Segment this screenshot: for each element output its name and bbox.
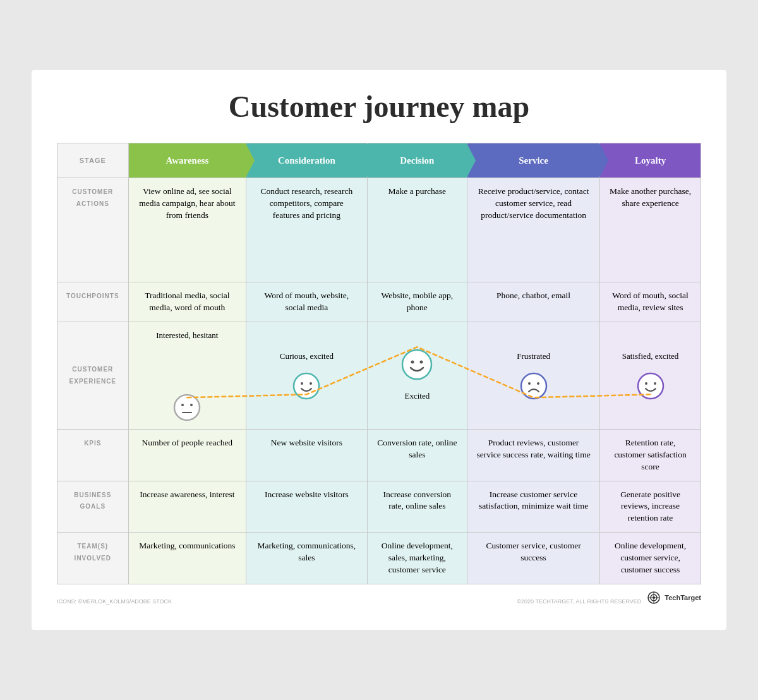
teams-service: Customer service, customer success xyxy=(467,533,600,584)
ca-decision: Make a purchase xyxy=(367,178,467,282)
teams-consideration: Marketing, communications, sales xyxy=(246,533,368,584)
stage-consideration-cell: Consideration xyxy=(246,143,368,178)
teams-loyalty: Online development, customer service, cu… xyxy=(600,533,701,584)
ca-service: Receive product/service, contact custome… xyxy=(467,178,600,282)
stage-loyalty-arrow: Loyalty xyxy=(600,143,701,178)
svg-point-4 xyxy=(294,373,319,399)
stage-decision-label: Decision xyxy=(400,154,434,167)
stage-loyalty-label: Loyalty xyxy=(635,154,666,167)
exp-awareness-text: Interested, hesitant xyxy=(156,330,218,341)
tp-consideration: Word of mouth, website, social media xyxy=(246,282,368,322)
tp-loyalty: Word of mouth, social media, review site… xyxy=(600,282,701,322)
svg-point-8 xyxy=(411,361,414,364)
footer-right: ©2020 TECHTARGET, ALL RIGHTS RESERVED xyxy=(517,598,641,605)
exp-awareness: Interested, hesitant xyxy=(128,322,246,429)
bg-loyalty: Generate positive reviews, increase rete… xyxy=(600,481,701,533)
kpi-loyalty: Retention rate, customer satisfaction sc… xyxy=(600,429,701,481)
svg-point-2 xyxy=(190,404,193,406)
stage-consideration-label: Consideration xyxy=(278,154,335,167)
bg-service: Increase customer service satisfaction, … xyxy=(467,481,600,533)
svg-point-15 xyxy=(654,382,656,385)
svg-point-13 xyxy=(638,373,663,399)
stage-decision-cell: Decision xyxy=(367,143,467,178)
stage-service-arrow: Service xyxy=(467,143,599,178)
svg-point-14 xyxy=(645,382,647,385)
teams-label: TEAM(S) INVOLVED xyxy=(57,533,129,584)
footer: ICONS: ©MERLOK_KOLMS/ADOBE STOCK ©2020 T… xyxy=(57,591,701,605)
exp-consideration-text: Curious, excited xyxy=(280,351,334,362)
kpis-row: KPIS Number of people reached New websit… xyxy=(57,429,701,481)
stage-label-cell: STAGE xyxy=(57,143,129,178)
svg-point-5 xyxy=(301,382,303,385)
svg-point-6 xyxy=(310,382,312,385)
smile-face-icon-1 xyxy=(292,372,320,400)
stage-service-label: Service xyxy=(519,154,548,167)
techtarget-logo-icon xyxy=(645,591,663,604)
ca-consideration: Conduct research, research competitors, … xyxy=(246,178,368,282)
stage-header-row: STAGE Awareness Consideration Decision xyxy=(57,143,701,178)
svg-point-12 xyxy=(537,382,539,385)
stage-awareness-cell: Awareness xyxy=(128,143,246,178)
experience-row: CUSTOMER EXPERIENCE Interested, hesitant xyxy=(57,322,701,429)
exp-service-text: Frustrated xyxy=(517,351,550,362)
exp-decision-text: Excited xyxy=(404,390,430,402)
kpi-awareness: Number of people reached xyxy=(128,429,246,481)
exp-consideration: Curious, excited xyxy=(246,322,368,429)
kpi-decision: Conversion rate, online sales xyxy=(367,429,467,481)
experience-label: CUSTOMER EXPERIENCE xyxy=(57,322,129,429)
exp-decision: Excited xyxy=(367,322,467,429)
touchpoints-row: TOUCHPOINTS Traditional media, social me… xyxy=(57,282,701,322)
footer-left: ICONS: ©MERLOK_KOLMS/ADOBE STOCK xyxy=(57,598,172,605)
tp-decision: Website, mobile app, phone xyxy=(367,282,467,322)
tp-service: Phone, chatbot, email xyxy=(467,282,600,322)
stage-decision-arrow: Decision xyxy=(368,143,467,178)
big-smile-face-icon xyxy=(401,349,433,380)
journey-map-container: STAGE Awareness Consideration Decision xyxy=(57,143,701,584)
business-goals-label: BUSINESS GOALS xyxy=(57,481,129,533)
svg-point-7 xyxy=(402,350,431,379)
brand-name: TechTarget xyxy=(665,594,701,601)
stage-service-cell: Service xyxy=(467,143,600,178)
customer-actions-label: CUSTOMER ACTIONS xyxy=(57,178,129,282)
ca-awareness: View online ad, see social media campaig… xyxy=(128,178,246,282)
svg-point-11 xyxy=(528,382,531,385)
journey-map-table: STAGE Awareness Consideration Decision xyxy=(57,143,701,584)
business-goals-row: BUSINESS GOALS Increase awareness, inter… xyxy=(57,481,701,533)
bg-awareness: Increase awareness, interest xyxy=(128,481,246,533)
kpis-label: KPIS xyxy=(57,429,129,481)
exp-loyalty: Satisfied, excited xyxy=(600,322,701,429)
teams-decision: Online development, sales, marketing, cu… xyxy=(367,533,467,584)
kpi-service: Product reviews, customer service succes… xyxy=(467,429,600,481)
exp-service: Frustrated xyxy=(467,322,600,429)
stage-awareness-label: Awareness xyxy=(165,154,208,167)
neutral-face-icon xyxy=(173,394,201,421)
bg-decision: Increase conversion rate, online sales xyxy=(367,481,467,533)
exp-loyalty-text: Satisfied, excited xyxy=(622,351,679,362)
svg-point-0 xyxy=(174,395,200,420)
teams-awareness: Marketing, communications xyxy=(128,533,246,584)
brand-logo: TechTarget xyxy=(645,591,701,604)
stage-awareness-arrow: Awareness xyxy=(129,143,246,178)
bg-consideration: Increase website visitors xyxy=(246,481,368,533)
svg-point-9 xyxy=(420,361,423,364)
teams-row: TEAM(S) INVOLVED Marketing, communicatio… xyxy=(57,533,701,584)
tp-awareness: Traditional media, social media, word of… xyxy=(128,282,246,322)
svg-point-10 xyxy=(521,373,546,399)
kpi-consideration: New website visitors xyxy=(246,429,368,481)
svg-point-1 xyxy=(181,404,184,406)
stage-label: STAGE xyxy=(80,157,106,164)
page-title: Customer journey map xyxy=(57,89,701,124)
stage-loyalty-cell: Loyalty xyxy=(600,143,701,178)
touchpoints-label: TOUCHPOINTS xyxy=(57,282,129,322)
ca-loyalty: Make another purchase, share experience xyxy=(600,178,701,282)
sad-face-icon xyxy=(520,372,548,400)
smile-face-icon-2 xyxy=(637,372,665,400)
stage-consideration-arrow: Consideration xyxy=(246,143,367,178)
customer-actions-row: CUSTOMER ACTIONS View online ad, see soc… xyxy=(57,178,701,282)
